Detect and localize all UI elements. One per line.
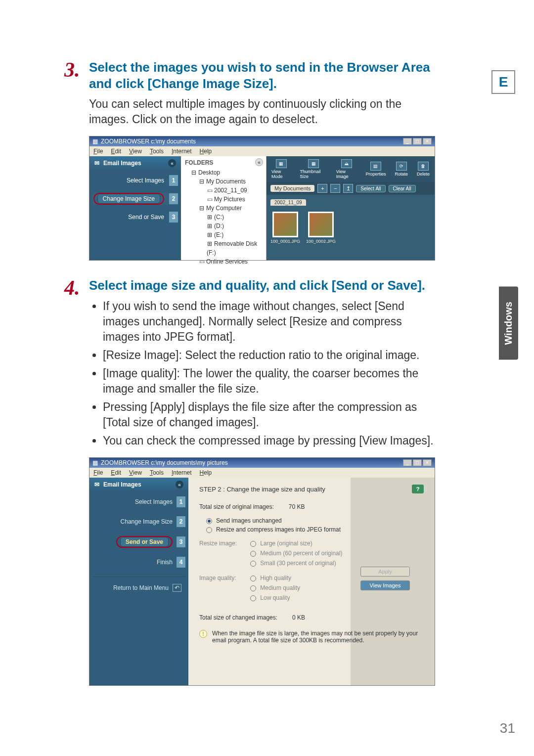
tree-toggle-icon[interactable]: ⊞ [207,230,213,239]
rotate-icon[interactable]: ⟳ [396,162,407,171]
menu-file[interactable]: File [93,469,103,476]
view-image-label: View Image [336,169,357,179]
node-drive-d[interactable]: (D:) [214,222,224,229]
radio-quality-low[interactable] [250,595,256,601]
task-sidebar: ✉ Email Images « Select Images1 Change I… [89,156,181,260]
menu-edit[interactable]: Edit [111,469,121,476]
menubar: File Edit View Tools Internet Help [89,468,435,478]
up-folder-icon[interactable]: ↥ [343,184,353,193]
node-desktop[interactable]: Desktop [198,169,220,176]
properties-label: Properties [365,172,386,177]
node-my-documents[interactable]: My Documents [206,178,246,185]
return-icon[interactable]: ↶ [173,584,181,592]
sidebar-step-select-images[interactable]: Select Images [92,177,167,184]
step-4-bullets: If you wish to send the image without ch… [89,299,435,448]
tree-toggle-icon[interactable]: ⊟ [199,177,205,186]
node-drive-e[interactable]: (E:) [214,231,223,238]
view-image-icon[interactable]: ⛰ [341,159,352,168]
menu-help[interactable]: Help [200,469,212,476]
step-number-3: 3 [177,536,185,547]
tree-toggle-icon[interactable]: ⊞ [207,222,213,230]
menu-internet[interactable]: Internet [172,469,192,476]
radio-resize-small[interactable] [250,561,256,567]
total-changed-value: 0 KB [292,614,305,621]
sidebar-step-change-image-size[interactable]: Change Image Size [92,518,177,525]
thumbnail-image [308,212,334,237]
thumbnail-size-icon[interactable]: ▦ [308,159,319,168]
maximize-button[interactable]: □ [413,138,422,145]
node-removable-disk[interactable]: Removable Disk (F:) [207,240,257,256]
radio-resize-large[interactable] [250,541,256,547]
tree-toggle-icon[interactable]: ⊞ [207,213,213,222]
select-all-button[interactable]: Select All [356,185,385,192]
node-date-folder[interactable]: 2002_11_09 [214,187,247,194]
menu-help[interactable]: Help [200,148,212,155]
sidebar-step-send-or-save[interactable]: Send or Save [120,537,169,547]
node-my-computer[interactable]: My Computer [206,205,242,212]
resize-form-pane: STEP 2 : Change the image size and quali… [188,478,435,685]
apply-button[interactable]: Apply [360,567,410,577]
side-os-label: Windows [499,287,518,360]
close-button[interactable]: × [423,138,432,145]
menu-view[interactable]: View [129,469,142,476]
step-3-desc: You can select multiple images by contin… [89,96,435,127]
folders-heading: FOLDERS [185,159,262,166]
step-number-3: 3 [169,212,178,222]
help-icon[interactable]: ? [412,485,424,493]
sidebar-step-send-or-save[interactable]: Send or Save [92,214,167,221]
tree-toggle-icon[interactable]: ⊟ [191,168,197,177]
step-3-number: 3. [64,59,89,274]
sidebar-step-select-images[interactable]: Select Images [92,498,177,505]
date-group-tab[interactable]: 2002_11_09 [270,199,306,206]
bullet-item: Pressing [Apply] displays the file size … [103,400,435,430]
window-title: ZOOMBROWSER c:\my documents\my pictures [101,459,228,466]
tree-toggle-icon[interactable]: ⊟ [199,204,205,213]
sidebar-step-finish[interactable]: Finish [92,559,177,566]
tree-toggle-icon[interactable]: ⊞ [207,239,213,248]
step-4-title: Select image size and quality, and click… [89,277,435,294]
maximize-button[interactable]: □ [413,459,422,466]
clear-all-button[interactable]: Clear All [389,185,416,192]
menu-internet[interactable]: Internet [172,148,192,155]
properties-icon[interactable]: ▤ [370,162,381,171]
step-header-label: STEP 2 : Change the image size and quali… [199,486,325,493]
zoom-in-icon[interactable]: + [317,184,327,193]
menu-tools[interactable]: Tools [150,148,164,155]
image-thumbnail[interactable]: 100_0001.JPG [270,212,300,244]
app-icon: ▦ [92,138,98,145]
opt-resize-compress: Resize and compress images into JPEG for… [216,526,341,533]
step-number-2: 2 [177,516,185,527]
view-images-button[interactable]: View Images [360,580,410,590]
collapse-icon[interactable]: « [176,481,183,489]
view-mode-icon[interactable]: ▦ [276,159,287,168]
minimize-button[interactable]: _ [403,459,412,466]
radio-resize-medium[interactable] [250,551,256,557]
sidebar-step-change-image-size[interactable]: Change Image Size [97,194,160,204]
menu-file[interactable]: File [93,148,103,155]
radio-resize-compress[interactable] [206,527,212,533]
thumbnail-size-label: Thumbnail Size [300,169,327,179]
menu-edit[interactable]: Edit [111,148,121,155]
node-my-pictures[interactable]: My Pictures [214,196,245,203]
browser-pane: ▦View Mode ▦Thumbnail Size ⛰View Image ▤… [267,156,435,260]
page-number: 31 [500,720,515,736]
delete-icon[interactable]: 🗑 [418,162,429,171]
menu-view[interactable]: View [129,148,142,155]
radio-quality-high[interactable] [250,576,256,581]
radio-send-unchanged[interactable] [206,518,212,524]
close-button[interactable]: × [423,459,432,466]
image-thumbnail[interactable]: 100_0002.JPG [306,212,336,244]
minimize-button[interactable]: _ [403,138,412,145]
collapse-icon[interactable]: « [168,159,176,167]
zoom-out-icon[interactable]: − [330,184,340,193]
return-main-menu[interactable]: Return to Main Menu [113,584,169,591]
node-online-services[interactable]: Online Services [206,258,248,265]
menu-tools[interactable]: Tools [150,469,164,476]
radio-quality-medium[interactable] [250,585,256,591]
folder-icon: ▭ [199,257,205,266]
node-drive-c[interactable]: (C:) [214,214,224,221]
collapse-folders-icon[interactable]: « [255,158,263,166]
total-changed-label: Total size of changed images: [199,614,277,621]
bullet-item: You can check the compressed image by pr… [103,433,435,448]
total-original-label: Total size of original images: [199,503,274,510]
